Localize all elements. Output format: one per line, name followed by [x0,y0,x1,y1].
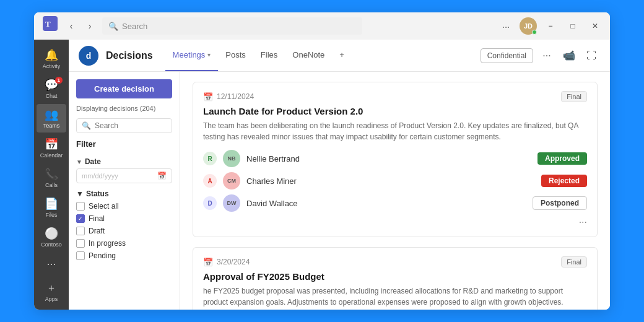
content-area: Create decision Displaying decisions (20… [69,72,610,310]
sidebar-item-calendar[interactable]: 📅 Calendar [37,134,66,162]
card-more-1[interactable]: ··· [203,217,587,228]
date-input[interactable]: mm/dd/yyyy 📅 [76,168,172,183]
decision-meta-2: 📅 3/20/2024 Final [203,256,587,268]
create-decision-button[interactable]: Create decision [76,79,172,98]
decision-card-1: 📅 12/11/2024 Final Launch Date for Produ… [193,82,598,237]
decision-date-text-2: 3/20/2024 [217,258,250,266]
charles-name: Charles Miner [246,176,535,186]
sidebar-label-chat: Chat [45,93,57,99]
app-window: T ‹ › 🔍 Search ··· JD − □ ✕ 🔔 Activ [34,12,610,310]
decisions-search-input[interactable] [95,121,167,130]
date-icon-1: 📅 [203,92,213,102]
tab-onenote[interactable]: OneNote [285,40,332,71]
search-box-icon: 🔍 [82,121,91,130]
right-panel: 📅 12/11/2024 Final Launch Date for Produ… [180,72,610,310]
tab-files[interactable]: Files [253,40,285,71]
select-all-label: Select all [89,202,119,211]
sidebar-label-teams: Teams [43,123,60,129]
header-more-button[interactable]: ··· [538,47,555,64]
app-header: d Decisions Meetings ▾ Posts Files OneNo… [69,40,610,72]
tab-add[interactable]: + [332,40,352,71]
status-in-progress[interactable]: In progress [76,239,172,248]
pending-label: Pending [89,251,116,260]
expand-icon-button[interactable]: ⛶ [583,47,600,64]
decision-title-1: Launch Date for Product Version 2.0 [203,106,587,116]
voter-row-david: D DW David Wallace Postponed [203,194,587,212]
tab-onenote-label: OneNote [292,50,324,59]
app-header-right: Confidential ··· 📹 ⛶ [481,47,600,64]
svg-text:T: T [45,19,51,28]
draft-checkbox[interactable] [76,227,85,235]
status-final[interactable]: ✓ Final [76,214,172,223]
nellie-vote-button[interactable]: Approved [537,152,587,165]
status-collapse-icon: ▼ [76,189,84,198]
sidebar-label-activity: Activity [43,63,61,69]
charles-vote-button[interactable]: Rejected [541,175,587,187]
decision-card-2: 📅 3/20/2024 Final Approval of FY2025 Bud… [193,247,598,310]
sidebar-label-contoso: Contoso [41,242,62,248]
app-title: Decisions [106,50,153,61]
sidebar-more-button[interactable]: ··· [46,253,56,276]
david-vote-button[interactable]: Postponed [533,196,587,210]
calendar-icon: 📅 [45,137,58,151]
pending-checkbox[interactable] [76,251,85,260]
decision-date-1: 📅 12/11/2024 [203,92,254,102]
charles-avatar: CM [223,172,240,189]
left-panel: Create decision Displaying decisions (20… [69,72,180,310]
decision-date-2: 📅 3/20/2024 [203,258,250,267]
decision-voters-1: R NB Nellie Bertrand Approved A CM Charl… [203,150,587,212]
nellie-avatar: NB [223,150,240,167]
chevron-down-icon: ▾ [207,51,211,58]
status-select-all[interactable]: Select all [76,202,172,211]
draft-label: Draft [89,227,105,235]
minimize-button[interactable]: − [542,17,559,35]
sidebar-apps-button[interactable]: ＋ Apps [45,277,58,307]
title-bar-right: ··· JD − □ ✕ [497,17,604,35]
tab-posts-label: Posts [225,50,246,59]
decision-desc-2: he FY2025 budget proposal was presented,… [203,285,587,308]
user-avatar[interactable]: JD [520,17,537,35]
david-avatar: DW [223,194,240,212]
decision-title-2: Approval of FY2025 Budget [203,271,587,282]
teams-icon: 👥 [45,108,58,121]
sidebar-item-files[interactable]: 📄 Files [37,193,66,222]
chat-badge: 1 [55,77,63,84]
select-all-checkbox[interactable] [76,202,85,211]
sidebar-item-contoso[interactable]: ⚪ Contoso [37,223,66,251]
voter-row-charles: A CM Charles Miner Rejected [203,172,587,189]
date-filter-section: ▼ Date mm/dd/yyyy 📅 [76,155,172,183]
search-box[interactable]: 🔍 [76,118,172,133]
status-pending[interactable]: Pending [76,251,172,260]
title-search-text: Search [122,22,147,31]
decision-date-text-1: 12/11/2024 [217,92,254,101]
decision-meta-1: 📅 12/11/2024 Final [203,91,587,102]
title-bar: T ‹ › 🔍 Search ··· JD − □ ✕ [34,12,610,40]
in-progress-checkbox[interactable] [76,239,85,248]
files-icon: 📄 [45,197,58,211]
video-icon-button[interactable]: 📹 [560,47,578,64]
final-checkbox[interactable]: ✓ [76,214,85,223]
displaying-count: Displaying decisions (204) [76,105,172,112]
confidential-button[interactable]: Confidential [481,48,533,63]
back-button[interactable]: ‹ [64,19,79,33]
sidebar-item-teams[interactable]: 👥 Teams [37,104,66,133]
title-bar-left: T ‹ › [40,14,97,38]
decision-badge-1: Final [561,91,587,102]
forward-button[interactable]: › [82,19,97,33]
date-filter-toggle[interactable]: ▼ Date [76,155,172,168]
tab-meetings[interactable]: Meetings ▾ [165,40,219,71]
sidebar-item-activity[interactable]: 🔔 Activity [37,45,66,73]
close-button[interactable]: ✕ [586,17,604,35]
status-draft[interactable]: Draft [76,227,172,235]
status-filter-toggle[interactable]: ▼ Status [76,189,172,198]
sidebar-label-calls: Calls [45,182,58,188]
maximize-button[interactable]: □ [564,17,581,35]
calls-icon: 📞 [45,167,58,181]
tab-posts[interactable]: Posts [218,40,253,71]
sidebar-item-chat[interactable]: 💬 Chat 1 [37,74,66,103]
sidebar-item-calls[interactable]: 📞 Calls [37,163,66,192]
activity-icon: 🔔 [45,48,58,62]
tab-files-label: Files [261,50,277,59]
title-search-bar[interactable]: 🔍 Search [102,17,362,35]
more-button[interactable]: ··· [497,17,515,35]
